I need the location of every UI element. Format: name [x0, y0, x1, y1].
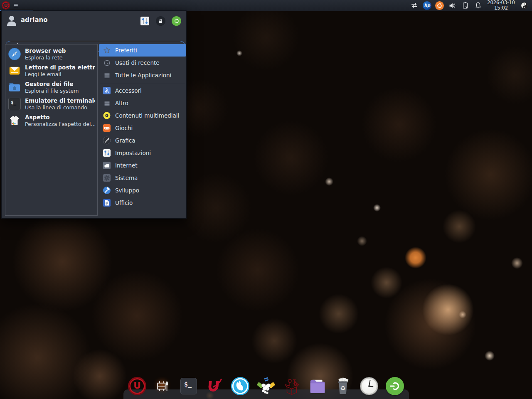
- menu-item-subtitle: Leggi le email: [25, 71, 95, 78]
- folder-icon: [308, 377, 327, 396]
- user-name: adriano: [21, 16, 48, 24]
- menu-item-title: Gestore dei file: [25, 81, 79, 88]
- menu-item-appearance[interactable]: Aspetto Personalizza l'aspetto del...: [5, 112, 97, 129]
- menu-item-terminal[interactable]: $_ Emulatore di terminale Usa la linea d…: [5, 96, 97, 112]
- trash-icon: ♻: [334, 377, 353, 396]
- hp-label: hp: [424, 3, 430, 7]
- settings-button[interactable]: [140, 16, 150, 26]
- logout-button[interactable]: [172, 16, 181, 26]
- category-grafica[interactable]: Grafica: [99, 134, 186, 147]
- list-lines-icon: [103, 71, 111, 79]
- application-menu: adriano: [1, 10, 187, 219]
- palette-icon: [103, 136, 111, 145]
- terminal-glyph: $_: [184, 381, 192, 388]
- dock-handshake-app[interactable]: [256, 376, 276, 396]
- hp-tray-icon[interactable]: hp: [423, 1, 431, 10]
- star-icon: [103, 46, 111, 54]
- dock-toolbox[interactable]: [282, 376, 302, 396]
- terminal-glyph: $_: [11, 100, 16, 105]
- category-impostazioni[interactable]: Impostazioni: [99, 147, 186, 159]
- category-label: Sistema: [115, 175, 138, 181]
- yin-yang-icon[interactable]: [520, 1, 529, 10]
- menu-item-title: Aspetto: [25, 114, 95, 121]
- menu-item-mail-reader[interactable]: Lettore di posta elettr... Leggi le emai…: [5, 62, 97, 79]
- clock-icon: [360, 377, 378, 395]
- menu-header: adriano: [2, 11, 186, 30]
- menu-item-title: Lettore di posta elettr...: [25, 64, 95, 71]
- hamburger-menu-icon[interactable]: [13, 3, 18, 8]
- desktop: U hp 2026-03-10: [0, 0, 532, 399]
- category-sviluppo[interactable]: Sviluppo: [99, 184, 186, 197]
- menu-item-subtitle: Personalizza l'aspetto del...: [25, 121, 95, 128]
- category-altro[interactable]: Altro: [99, 97, 186, 109]
- time-label: 15:02: [487, 5, 515, 11]
- category-label: Altro: [115, 100, 128, 106]
- menu-item-title: Browser web: [25, 47, 66, 54]
- menu-item-file-manager[interactable]: Gestore dei file Esplora il file system: [5, 79, 97, 96]
- menu-item-subtitle: Usa la linea di comando: [25, 104, 95, 111]
- gamepad-icon: [103, 124, 111, 132]
- view-label: Usati di recente: [115, 59, 160, 66]
- update-notifier-icon[interactable]: [435, 1, 444, 10]
- ufficiozero-u-icon: [205, 377, 224, 395]
- view-recently-used[interactable]: Usati di recente: [99, 57, 186, 69]
- dock-file-manager[interactable]: [308, 376, 328, 396]
- menu-item-browser-web[interactable]: Browser web Esplora la rete: [5, 46, 97, 62]
- dock-logout[interactable]: [385, 376, 405, 396]
- category-label: Contenuti multimediali: [115, 112, 179, 119]
- category-giochi[interactable]: Giochi: [99, 122, 186, 134]
- web-browser-icon: [8, 47, 21, 61]
- terminal-icon: $_: [8, 97, 21, 111]
- dock-clock[interactable]: [359, 376, 379, 396]
- notifications-bell-icon[interactable]: [473, 1, 483, 10]
- category-accessori[interactable]: Accessori: [99, 84, 186, 97]
- distro-logo-letter: U: [4, 3, 8, 8]
- dock-ufficiozero[interactable]: [204, 376, 224, 396]
- recent-clock-icon: [103, 59, 111, 67]
- volume-icon[interactable]: [448, 1, 457, 10]
- lock-screen-button[interactable]: [156, 16, 165, 26]
- logout-icon: [389, 380, 401, 392]
- media-disc-icon: [103, 111, 111, 120]
- view-label: Preferiti: [115, 47, 137, 54]
- dock-trash[interactable]: ♻: [333, 376, 353, 396]
- category-label: Giochi: [115, 125, 133, 131]
- handshake-icon: [256, 377, 276, 396]
- cloud-icon: [103, 161, 111, 170]
- separator: [100, 83, 185, 83]
- file-manager-icon: [8, 81, 21, 94]
- category-label: Sviluppo: [115, 187, 139, 194]
- dock-librewolf-browser[interactable]: [230, 376, 250, 396]
- toolbox-icon: [282, 377, 301, 396]
- dock-distro-logo[interactable]: U: [127, 376, 147, 396]
- distro-ring-logo-icon: U: [128, 377, 146, 395]
- view-all-applications[interactable]: Tutte le Applicazioni: [99, 69, 186, 81]
- category-internet[interactable]: Internet: [99, 159, 186, 172]
- distro-logo-letter: U: [133, 381, 141, 390]
- clipboard-icon[interactable]: [461, 1, 470, 10]
- category-contenuti-multimediali[interactable]: Contenuti multimediali: [99, 109, 186, 122]
- video-timeline-icon: [154, 377, 172, 395]
- rocket-icon: [103, 86, 111, 95]
- clock-date[interactable]: 2026-03-10 15:02: [486, 0, 516, 11]
- top-panel: U hp 2026-03-10: [0, 0, 532, 11]
- sliders-icon: [103, 149, 111, 157]
- dock-video-editor[interactable]: [153, 376, 173, 396]
- category-sistema[interactable]: Sistema: [99, 172, 186, 184]
- logout-icon: [173, 18, 180, 24]
- category-ufficio[interactable]: Ufficio: [99, 197, 186, 209]
- sliders-icon: [140, 17, 149, 25]
- category-label: Grafica: [115, 137, 135, 144]
- terminal-icon: $_: [180, 378, 197, 394]
- swap-arrows-icon[interactable]: [410, 1, 419, 10]
- category-label: Accessori: [115, 87, 142, 94]
- view-favorites[interactable]: Preferiti: [99, 44, 186, 57]
- librewolf-browser-icon: [231, 377, 250, 396]
- menu-item-subtitle: Esplora il file system: [25, 88, 79, 94]
- document-icon: [103, 199, 111, 207]
- list-lines-icon: [103, 99, 111, 107]
- dock-terminal[interactable]: $_: [179, 376, 199, 396]
- app-menu-button[interactable]: U: [2, 1, 10, 10]
- mail-icon: [8, 64, 21, 77]
- menu-item-subtitle: Esplora la rete: [25, 54, 66, 61]
